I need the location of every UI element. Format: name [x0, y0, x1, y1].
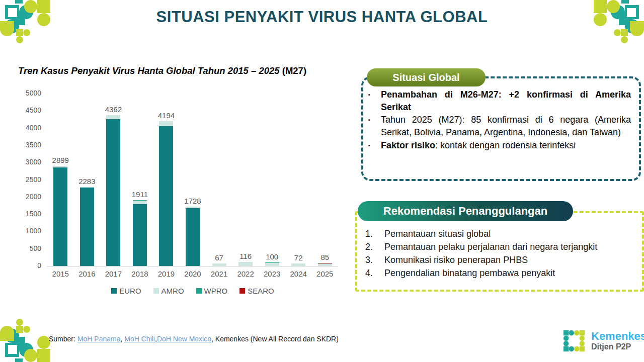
rekomendasi-item-number: 4.: [365, 266, 384, 280]
source-links: MoH Panama, MoH Chili,DoH New Mexico, Ke…: [77, 335, 339, 343]
bar-value-label: 116: [239, 252, 252, 260]
legend-swatch-wpro: [196, 288, 202, 294]
bar-group: 22832016: [74, 94, 101, 266]
rekomendasi-item: 2.Pemantauan pelaku perjalanan dari nega…: [365, 240, 635, 253]
bar-segment-euro: [106, 119, 120, 266]
hanta-trend-chart: Tren Kasus Penyakit Virus Hanta Global T…: [18, 65, 356, 307]
source-prefix: Sumber:: [49, 335, 75, 343]
plot-area: 2899201522832016436220171911201841942019…: [47, 94, 338, 266]
bar-value-label: 85: [320, 253, 329, 261]
bar-group: 1162022: [232, 94, 259, 266]
source-line: Sumber:MoH Panama, MoH Chili,DoH New Mex…: [49, 335, 339, 343]
rekomendasi-header: Rekomendasi Penanggulangan: [358, 201, 573, 221]
rekomendasi-item-text: Komunikasi risiko penerapan PHBS: [384, 253, 635, 266]
legend-label: EURO: [119, 287, 141, 295]
bar-value-label: 4362: [105, 105, 122, 114]
rekomendasi-item-number: 1.: [365, 227, 384, 240]
y-tick-label: 2000: [18, 193, 41, 201]
bar-segment-euro: [159, 126, 173, 266]
legend-item: AMRO: [153, 287, 184, 295]
y-tick-label: 3500: [18, 141, 41, 149]
bar-segment-amro: [212, 263, 226, 266]
source-link[interactable]: MoH Panama: [77, 335, 121, 343]
chart-title-main: Tren Kasus Penyakit Virus Hanta Global T…: [18, 65, 282, 76]
bar-group: 852025: [311, 94, 338, 266]
rekomendasi-item-text: Pemantauan pelaku perjalanan dari negara…: [384, 240, 635, 253]
bar-value-label: 1728: [184, 197, 201, 205]
x-axis-label: 2021: [206, 269, 232, 278]
legend-item: WPRO: [196, 287, 228, 295]
source-link[interactable]: MoH Chili: [124, 335, 155, 343]
y-tick-label: 3000: [18, 158, 41, 166]
x-axis-label: 2024: [285, 269, 312, 278]
bar-segment-amro: [238, 262, 253, 266]
bar-segment-amro: [159, 121, 173, 126]
x-axis-label: 2023: [259, 269, 285, 278]
y-tick-label: 0: [18, 261, 41, 270]
legend-item: SEARO: [239, 287, 274, 295]
bar-segment-euro: [133, 204, 147, 266]
legend-label: AMRO: [162, 287, 184, 295]
chart-title-suffix: (M27): [282, 65, 306, 76]
rekomendasi-item: 3.Komunikasi risiko penerapan PHBS: [365, 253, 635, 266]
legend-swatch-amro: [153, 288, 159, 294]
bullet-icon: ▪: [368, 88, 381, 113]
y-tick-label: 4000: [18, 124, 41, 132]
bar-segment-euro: [53, 167, 67, 266]
situasi-bullet: ▪Penambahan di M26-M27: +2 konfirmasi di…: [368, 88, 631, 113]
rekomendasi-item: 1.Pemantauan situasi global: [365, 227, 635, 240]
bar-segment-amro: [265, 263, 279, 266]
rekomendasi-item-text: Pemantauan situasi global: [384, 227, 635, 240]
slide: SITUASI PENYAKIT VIRUS HANTA GLOBAL Tren…: [0, 0, 644, 362]
y-tick-label: 4500: [18, 106, 41, 115]
x-axis-label: 2017: [100, 269, 127, 278]
situasi-bullets: ▪Penambahan di M26-M27: +2 konfirmasi di…: [368, 88, 631, 152]
bar-group: 41942019: [153, 94, 180, 266]
rekomendasi-item-text: Pengendalian binatang pembawa penyakit: [384, 266, 635, 280]
source-separator: , Kemenkes (New All Record dan SKDR): [211, 335, 339, 343]
rekomendasi-item-number: 2.: [365, 240, 384, 253]
bar-value-label: 2899: [52, 156, 69, 164]
legend-swatch-euro: [111, 288, 117, 294]
bar-value-label: 1911: [132, 190, 148, 199]
chart-title: Tren Kasus Penyakit Virus Hanta Global T…: [18, 65, 356, 76]
x-axis-label: 2022: [232, 269, 259, 278]
bar-value-label: 67: [215, 253, 223, 262]
chart-legend: EUROAMROWPROSEARO: [47, 287, 338, 295]
x-axis-label: 2020: [180, 269, 206, 278]
rekomendasi-item: 4.Pengendalian binatang pembawa penyakit: [365, 266, 635, 280]
plot: 5000450040003500300025002000150010005000…: [18, 94, 356, 307]
bar-group: 43622017: [100, 94, 127, 266]
situasi-bullet-text: Faktor risiko: kontak dengan rodensia te…: [381, 139, 631, 152]
kemenkes-logo: Kemenkes Ditjen P2P: [561, 328, 644, 353]
x-axis-label: 2015: [47, 269, 74, 278]
bar-segment-euro: [80, 188, 94, 266]
x-axis-label: 2019: [153, 269, 180, 278]
bar-value-label: 2283: [78, 177, 95, 186]
bar-group: 722024: [285, 94, 312, 266]
bar-group: 1002023: [259, 94, 285, 266]
corner-decoration-icon: [0, 304, 58, 362]
legend-swatch-searo: [239, 288, 245, 294]
y-tick-label: 1500: [18, 210, 41, 218]
x-axis-label: 2025: [311, 269, 338, 278]
bar-value-label: 72: [294, 253, 303, 262]
rekomendasi-item-number: 3.: [365, 253, 384, 266]
bar-value-label: 4194: [158, 111, 175, 120]
situasi-bullet: ▪Tahun 2025 (M27): 85 konfirmasi di 6 ne…: [368, 114, 631, 138]
legend-label: WPRO: [204, 287, 228, 295]
kemenkes-wordmark: Kemenkes: [591, 330, 644, 342]
bar-group: 17282020: [180, 94, 206, 266]
bar-segment-euro: [186, 208, 200, 266]
bar-value-label: 100: [266, 252, 278, 261]
bar-segment-amro: [291, 263, 305, 266]
y-tick-label: 500: [18, 244, 41, 253]
y-axis: 5000450040003500300025002000150010005000: [18, 94, 43, 266]
x-axis-label: 2016: [74, 269, 101, 278]
rekomendasi-list: 1.Pemantauan situasi global2.Pemantauan …: [365, 227, 635, 280]
y-tick-label: 1000: [18, 227, 41, 235]
legend-label: SEARO: [248, 287, 274, 295]
source-link[interactable]: DoH New Mexico: [157, 335, 211, 343]
bullet-icon: ▪: [368, 139, 381, 152]
bar-group: 19112018: [127, 94, 153, 266]
